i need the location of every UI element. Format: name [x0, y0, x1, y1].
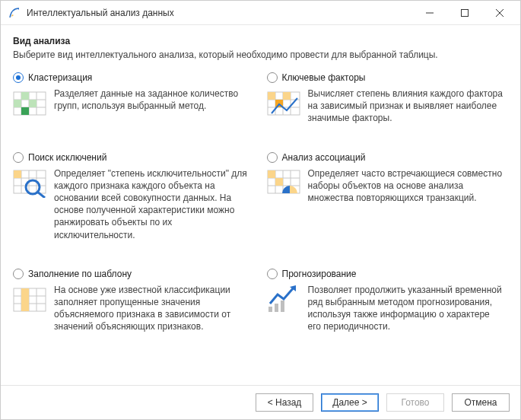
cancel-button[interactable]: Отмена [452, 393, 510, 412]
option-assoc-head[interactable]: Анализ ассоциаций [267, 152, 509, 163]
back-button[interactable]: < Назад [256, 393, 313, 412]
option-assoc[interactable]: Анализ ассоциаций [267, 152, 509, 241]
titlebar: Интеллектуальный анализ данных [1, 1, 520, 25]
dialog-window: Интеллектуальный анализ данных Вид анали… [0, 0, 521, 420]
option-forecast[interactable]: Прогнозирование Позволяет продолжить ука… [267, 269, 509, 333]
svg-rect-51 [281, 301, 284, 312]
minimize-button[interactable] [412, 2, 447, 24]
option-forecast-label: Прогнозирование [282, 269, 357, 279]
window-title: Интеллектуальный анализ данных [27, 8, 412, 18]
svg-rect-29 [14, 170, 21, 178]
option-outliers-desc: Определяет "степень исключительности" дл… [54, 167, 252, 241]
option-outliers-label: Поиск исключений [28, 152, 106, 163]
keyfactors-icon [267, 88, 300, 118]
option-fill-label: Заполнение по шаблону [28, 269, 132, 279]
option-assoc-desc: Определяет часто встречающиеся совместно… [308, 167, 506, 205]
option-fill[interactable]: Заполнение по шаблону [13, 269, 255, 333]
next-button[interactable]: Далее > [321, 393, 379, 412]
svg-rect-47 [21, 296, 29, 304]
section-title: Вид анализа [13, 36, 508, 46]
option-keyfactors-head[interactable]: Ключевые факторы [267, 72, 509, 83]
close-button[interactable] [482, 2, 517, 24]
option-keyfactors[interactable]: Ключевые факторы [267, 72, 509, 125]
maximize-button[interactable] [447, 2, 482, 24]
assoc-icon [267, 167, 300, 198]
option-clustering[interactable]: Кластеризация [13, 72, 255, 125]
footer: < Назад Далее > Готово Отмена [1, 385, 520, 419]
clustering-icon [13, 88, 46, 118]
svg-rect-21 [283, 92, 291, 100]
radio-assoc[interactable] [267, 152, 278, 163]
radio-fill[interactable] [13, 269, 24, 279]
option-outliers-head[interactable]: Поиск исключений [13, 152, 255, 163]
option-clustering-desc: Разделяет данные на заданное количество … [54, 88, 252, 112]
option-fill-desc: На основе уже известной классификации за… [54, 284, 252, 333]
outliers-icon [13, 167, 46, 198]
option-clustering-label: Кластеризация [28, 72, 92, 83]
fill-icon [13, 284, 46, 314]
svg-rect-11 [14, 100, 21, 107]
svg-rect-50 [275, 304, 278, 312]
radio-keyfactors[interactable] [267, 72, 278, 83]
options-grid: Кластеризация [13, 72, 508, 332]
option-keyfactors-label: Ключевые факторы [282, 72, 366, 83]
option-fill-head[interactable]: Заполнение по шаблону [13, 269, 255, 279]
svg-rect-10 [21, 92, 29, 100]
svg-rect-38 [268, 170, 275, 178]
option-assoc-label: Анализ ассоциаций [282, 152, 366, 163]
section-desc: Выберите вид интеллектуального анализа, … [13, 49, 508, 60]
app-icon [8, 7, 21, 19]
option-clustering-head[interactable]: Кластеризация [13, 72, 255, 83]
option-outliers[interactable]: Поиск исключений [13, 152, 255, 241]
svg-rect-12 [29, 100, 37, 107]
svg-rect-20 [268, 92, 275, 100]
content-area: Вид анализа Выберите вид интеллектуально… [1, 25, 520, 385]
radio-outliers[interactable] [13, 152, 24, 163]
finish-button: Готово [386, 393, 444, 412]
svg-rect-48 [21, 304, 29, 311]
option-forecast-head[interactable]: Прогнозирование [267, 269, 509, 279]
radio-clustering[interactable] [13, 72, 24, 83]
svg-rect-40 [14, 288, 46, 311]
svg-rect-49 [268, 307, 272, 312]
forecast-icon [267, 284, 300, 314]
option-forecast-desc: Позволяет продолжить указанный временной… [308, 284, 506, 333]
radio-forecast[interactable] [267, 269, 278, 279]
svg-rect-46 [21, 288, 29, 296]
svg-rect-13 [21, 107, 29, 115]
svg-rect-1 [462, 9, 469, 16]
svg-rect-39 [275, 178, 283, 186]
option-keyfactors-desc: Вычисляет степень влияния каждого фактор… [308, 88, 506, 125]
